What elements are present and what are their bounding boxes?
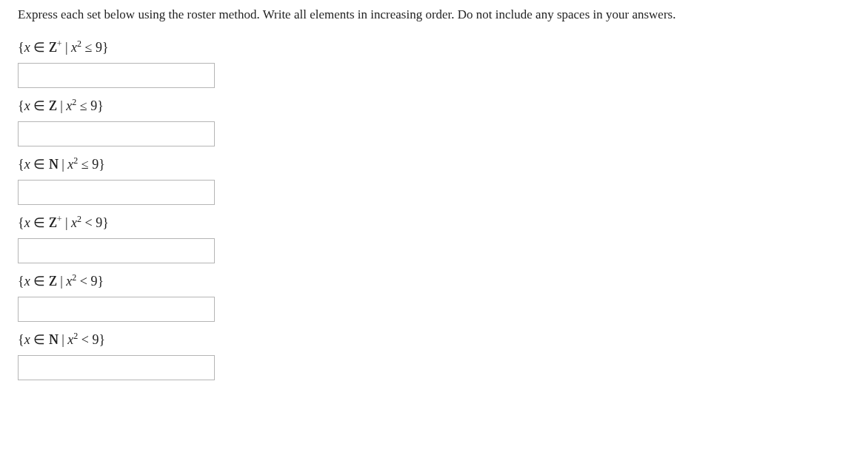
questions-container: {x ∈ Z+ | x2 ≤ 9}{x ∈ Z | x2 ≤ 9}{x ∈ N … xyxy=(18,38,850,380)
answer-input[interactable] xyxy=(18,238,215,263)
set-expression: {x ∈ N | x2 < 9} xyxy=(18,331,850,348)
question-block: {x ∈ Z+ | x2 ≤ 9} xyxy=(18,38,850,88)
answer-input[interactable] xyxy=(18,355,215,380)
answer-input[interactable] xyxy=(18,63,215,88)
set-expression: {x ∈ Z | x2 ≤ 9} xyxy=(18,97,850,114)
set-expression: {x ∈ Z+ | x2 ≤ 9} xyxy=(18,38,850,55)
set-expression: {x ∈ N | x2 ≤ 9} xyxy=(18,155,850,172)
set-expression: {x ∈ Z | x2 < 9} xyxy=(18,272,850,289)
instruction-text: Express each set below using the roster … xyxy=(18,6,850,24)
question-block: {x ∈ N | x2 ≤ 9} xyxy=(18,155,850,205)
set-expression: {x ∈ Z+ | x2 < 9} xyxy=(18,214,850,231)
question-block: {x ∈ Z | x2 < 9} xyxy=(18,272,850,322)
question-block: {x ∈ N | x2 < 9} xyxy=(18,331,850,380)
answer-input[interactable] xyxy=(18,180,215,205)
answer-input[interactable] xyxy=(18,121,215,146)
answer-input[interactable] xyxy=(18,297,215,322)
question-block: {x ∈ Z | x2 ≤ 9} xyxy=(18,97,850,146)
question-block: {x ∈ Z+ | x2 < 9} xyxy=(18,214,850,263)
